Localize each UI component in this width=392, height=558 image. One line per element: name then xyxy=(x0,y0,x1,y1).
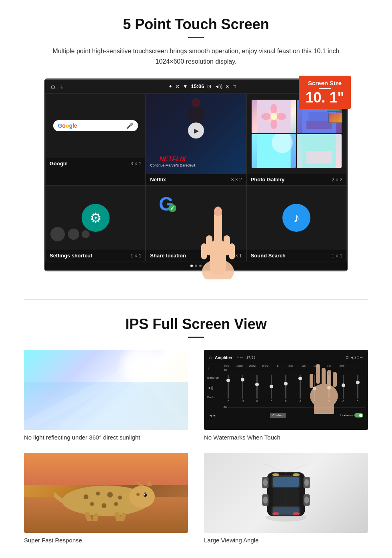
sound-search-cell-content: ♪ xyxy=(247,186,346,250)
google-app-cell[interactable]: Google 🎤 Google 3 × 1 xyxy=(45,93,146,185)
location-icon: ⊙ xyxy=(176,84,180,89)
freq-sub: SUB xyxy=(336,365,348,367)
netflix-app-name: Netflix xyxy=(150,177,166,183)
amp-labels: ⫶ Balance ◄)) Fader xyxy=(207,365,219,409)
freq-2-5k: 2.5k xyxy=(285,365,296,367)
svg-point-22 xyxy=(68,229,79,240)
netflix-play-button[interactable]: ▶ xyxy=(188,122,204,138)
section1-title: 5 Point Touch Screen xyxy=(24,16,368,33)
slider-6[interactable]: -3 xyxy=(294,375,306,403)
svg-rect-1 xyxy=(190,107,202,123)
amp-freq-labels: 60hz 100hz 200hz 500hz 1k 2.5k 10k 12.5k… xyxy=(221,365,365,367)
section-touch-screen: 5 Point Touch Screen Multiple point high… xyxy=(0,0,392,283)
amp-sliders-area: 60hz 100hz 200hz 500hz 1k 2.5k 10k 12.5k… xyxy=(221,365,365,409)
slider-3[interactable]: 0 xyxy=(251,375,264,403)
svg-point-76 xyxy=(263,497,268,504)
photo-thumb-4 xyxy=(297,134,341,168)
amp-home-icon: ⌂ xyxy=(209,355,212,360)
netflix-logo-text: NETFLIX xyxy=(150,156,195,163)
cheetah-svg xyxy=(54,477,158,521)
svg-point-49 xyxy=(118,496,122,500)
amp-loudness-area: loudness xyxy=(340,413,363,417)
freq-200hz: 200hz xyxy=(247,365,258,367)
netflix-app-cell[interactable]: ▶ NETFLIX Continue Marvel's Daredevil Ne… xyxy=(146,93,246,185)
amplifier-label: No Watermarks When Touch xyxy=(204,434,368,441)
dot-indicators xyxy=(45,261,347,270)
settings-gear-icon: ⚙ xyxy=(90,210,102,226)
svg-line-85 xyxy=(286,464,309,472)
amp-custom-button[interactable]: Custom xyxy=(270,413,286,418)
features-grid: No light reflecting under 360° direct su… xyxy=(24,350,368,544)
svg-rect-3 xyxy=(200,107,204,120)
usb-icon: ⏚ xyxy=(60,83,63,90)
badge-title: Screen Size xyxy=(304,80,345,86)
badge-size: 10. 1" xyxy=(304,90,345,105)
share-location-app-cell[interactable]: G ✓ Share location 1 × 1 xyxy=(146,185,246,261)
svg-point-54 xyxy=(136,493,140,496)
status-bar-center: ✦ ⊙ ▼ 15:06 ⊡ ◄)) ⊠ □ xyxy=(168,83,236,89)
slider-4[interactable]: 0 xyxy=(265,375,278,403)
car-image xyxy=(204,453,368,533)
home-icon[interactable]: ⌂ xyxy=(51,82,55,90)
svg-point-59 xyxy=(144,494,145,496)
share-location-app-name: Share location xyxy=(150,253,186,259)
car-label: Large Viewing Angle xyxy=(204,537,368,544)
svg-text:✓: ✓ xyxy=(170,205,175,211)
dot-2 xyxy=(195,265,197,267)
svg-point-6 xyxy=(192,99,200,107)
slider-9[interactable]: 0 xyxy=(337,375,350,403)
sound-search-app-cell[interactable]: ♪ Sound Search 1 × 1 xyxy=(246,185,347,261)
svg-point-81 xyxy=(293,473,300,476)
amp-eq-icon-row: ⫶ xyxy=(207,366,219,370)
feature-cheetah: Super Fast Response xyxy=(24,453,188,544)
amp-header: ⌂ Amplifier ≡ ··· 17:33 ⊡ ◄)) □ ↩ xyxy=(207,353,365,362)
section-ips-screen: IPS Full Screen View No light reflecting… xyxy=(0,300,392,556)
feature-sunlight: No light reflecting under 360° direct su… xyxy=(24,350,188,441)
slider-5-hand[interactable]: 0 xyxy=(280,375,292,403)
camera-status-icon: ⊡ xyxy=(207,84,211,89)
settings-cell-label: Settings shortcut 1 × 1 xyxy=(46,250,145,261)
amp-status-icons: ⊡ ◄)) □ ↩ xyxy=(346,355,363,359)
green-photo xyxy=(297,134,341,168)
settings-app-cell[interactable]: ⚙ Settings shortcut 1 xyxy=(45,185,146,261)
slider-1[interactable]: 0 xyxy=(222,375,235,403)
section1-divider xyxy=(188,37,204,38)
sunlight-label: No light reflecting under 360° direct su… xyxy=(24,434,188,441)
amp-back-icon: ◄◄ xyxy=(209,413,216,417)
freq-60hz: 60hz xyxy=(221,365,232,367)
scale-minus10-line xyxy=(228,407,365,407)
scale-10-line xyxy=(228,370,365,370)
amp-loudness-toggle[interactable] xyxy=(354,413,363,417)
settings-app-size: 1 × 1 xyxy=(130,253,141,259)
sound-search-app-name: Sound Search xyxy=(251,253,286,259)
amp-menu-icon: ≡ ··· xyxy=(237,355,243,359)
svg-point-78 xyxy=(304,497,309,504)
sound-search-cell-label: Sound Search 1 × 1 xyxy=(247,250,346,261)
scale-minus10-label: -10 xyxy=(221,406,227,409)
sound-search-app-size: 1 × 1 xyxy=(332,253,342,259)
section2-title: IPS Full Screen View xyxy=(24,316,368,333)
slider-10[interactable]: 0 xyxy=(351,375,364,403)
cheetah-label: Super Fast Response xyxy=(24,537,188,544)
slider-8[interactable]: 0 xyxy=(322,375,335,403)
amplifier-image: ⌂ Amplifier ≡ ··· 17:33 ⊡ ◄)) □ ↩ ⫶ Bala… xyxy=(204,350,368,430)
svg-point-21 xyxy=(50,227,65,241)
google-search-bar[interactable]: Google 🎤 xyxy=(53,120,138,131)
cheetah-image xyxy=(24,453,188,533)
section1-description: Multiple point high-sensitive touchscree… xyxy=(46,46,346,66)
google-mic-icon[interactable]: 🎤 xyxy=(126,122,133,129)
dot-3 xyxy=(199,265,202,267)
slider-2[interactable]: -3 xyxy=(236,375,249,403)
svg-point-80 xyxy=(272,473,279,476)
share-location-app-size: 1 × 1 xyxy=(231,253,242,259)
scale-10-label: 10 xyxy=(221,369,227,371)
slider-7[interactable]: 0 xyxy=(308,375,321,403)
amp-time: 17:33 xyxy=(246,355,256,359)
svg-rect-20 xyxy=(306,151,332,164)
svg-point-23 xyxy=(82,230,90,238)
status-bar-left: ⌂ ⏚ xyxy=(51,82,63,90)
tablet-mockup-wrapper: Screen Size 10. 1" ⌂ ⏚ ✦ ⊙ ▼ 15:06 ⊡ ◄))… xyxy=(24,78,368,271)
settings-cell-content: ⚙ xyxy=(46,186,145,250)
app-grid-row2: ⚙ Settings shortcut 1 xyxy=(45,185,347,261)
amp-eq-icon: ⫶ xyxy=(207,366,209,370)
